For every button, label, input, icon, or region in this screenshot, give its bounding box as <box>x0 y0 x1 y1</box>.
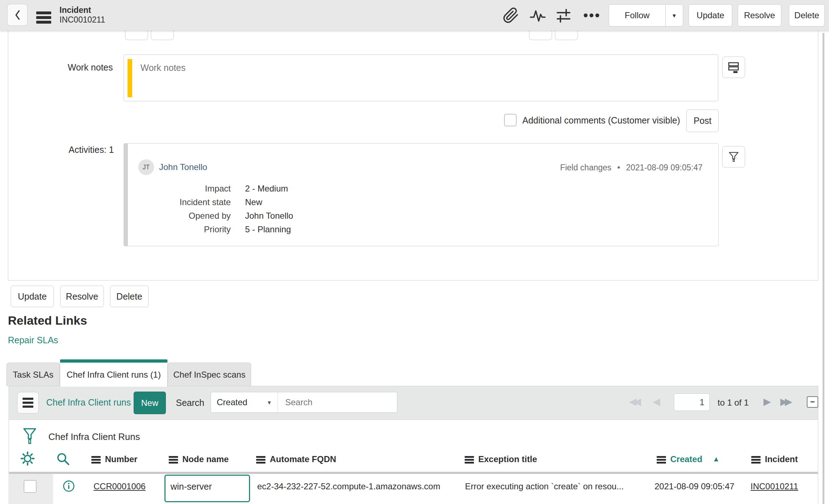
field-change-label: Priority <box>124 224 231 234</box>
clipped-button[interactable] <box>125 30 148 40</box>
delete-button-header[interactable]: Delete <box>789 4 825 26</box>
row-number-link[interactable]: CCR0001006 <box>94 481 145 491</box>
field-change-value: 2 - Medium <box>245 184 288 194</box>
avatar-initials: JT <box>143 164 150 171</box>
column-menu-icon[interactable] <box>657 455 666 465</box>
toggle-activity-stream-button[interactable] <box>722 57 745 78</box>
delete-button-label: Delete <box>794 10 819 20</box>
field-change-value: 5 - Planning <box>245 224 291 234</box>
avatar: JT <box>138 159 154 175</box>
activities-label: Activities: 1 <box>43 145 114 155</box>
tab-label: Chef Infra Client runs (1) <box>67 370 161 380</box>
column-header-incident[interactable]: Incident <box>765 454 798 464</box>
stream-layout-icon <box>728 61 740 73</box>
funnel-icon <box>23 427 37 446</box>
chevron-left-icon <box>14 10 21 20</box>
next-page-button[interactable]: ▶ <box>763 397 768 407</box>
additional-comments-checkbox[interactable] <box>504 114 517 126</box>
resolve-button-footer[interactable]: Resolve <box>60 286 104 307</box>
collapse-list-button[interactable]: − <box>807 396 818 408</box>
column-menu-icon[interactable] <box>465 455 474 465</box>
tab-chef-inspec-scans[interactable]: Chef InSpec scans <box>168 363 251 386</box>
list-filter-button[interactable] <box>23 427 37 447</box>
clipped-button[interactable] <box>529 30 552 40</box>
sort-ascending-icon[interactable]: ▲ <box>713 455 720 463</box>
column-menu-icon[interactable] <box>256 455 265 465</box>
activity-card: JT John Tonello Field changes • 2021-08-… <box>124 143 719 246</box>
new-button[interactable]: New <box>134 392 166 414</box>
more-options-icon[interactable] <box>583 13 600 19</box>
field-change-label: Impact <box>124 184 231 194</box>
repair-slas-link[interactable]: Repair SLAs <box>8 335 58 345</box>
column-header-number[interactable]: Number <box>105 454 138 464</box>
tab-label: Chef InSpec scans <box>173 370 245 380</box>
search-input[interactable] <box>278 392 397 412</box>
activity-stream-icon[interactable] <box>529 9 546 24</box>
row-info-icon[interactable] <box>63 480 75 494</box>
record-number-label: INC0010211 <box>59 15 105 25</box>
clipped-button[interactable] <box>151 30 174 40</box>
chevron-down-icon: ▼ <box>267 399 272 406</box>
context-menu-icon[interactable] <box>36 10 51 25</box>
column-menu-icon[interactable] <box>169 455 178 465</box>
previous-page-button[interactable]: ◀ <box>653 397 657 407</box>
activity-filter-button[interactable] <box>722 146 745 168</box>
update-button-footer[interactable]: Update <box>11 286 54 307</box>
column-header-automate-fqdn[interactable]: Automate FQDN <box>270 454 336 464</box>
clipped-button[interactable] <box>555 30 578 40</box>
column-header-exception-title[interactable]: Exception title <box>478 454 537 464</box>
header-bar: Incident INC0010211 Follow <box>0 0 829 30</box>
resolve-button-label: Resolve <box>744 10 775 20</box>
list-title-link[interactable]: Chef Infra Client runs <box>46 397 131 408</box>
search-icon[interactable] <box>56 452 70 467</box>
update-button-label: Update <box>696 10 724 20</box>
follow-button[interactable]: Follow <box>609 5 666 26</box>
additional-comments-label: Additional comments (Customer visible) <box>522 115 680 126</box>
delete-button-footer[interactable]: Delete <box>110 286 149 307</box>
page-title: Incident INC0010211 <box>59 5 105 25</box>
back-button[interactable] <box>7 4 28 26</box>
column-menu-icon[interactable] <box>751 455 761 465</box>
activity-timestamp: 2021-08-09 09:05:47 <box>626 163 703 172</box>
row-checkbox[interactable] <box>24 480 37 493</box>
post-button[interactable]: Post <box>686 110 719 132</box>
row-exception-title: Error executing action `create` on resou… <box>465 481 624 491</box>
table-title: Chef Infra Client Runs <box>48 431 140 442</box>
search-label: Search <box>176 398 204 408</box>
gear-icon[interactable] <box>20 451 35 467</box>
first-page-button[interactable]: ◀◀ <box>629 397 638 407</box>
post-button-label: Post <box>694 116 711 126</box>
tab-chef-infra-client-runs[interactable]: Chef Infra Client runs (1) <box>60 359 168 387</box>
dot-separator: • <box>617 163 620 172</box>
related-links-title: Related Links <box>8 314 87 328</box>
list-context-menu-button[interactable] <box>17 392 39 413</box>
personalize-form-icon[interactable] <box>556 9 571 24</box>
activity-author-link[interactable]: John Tonello <box>159 162 207 172</box>
row-node-name-cell[interactable]: win-server <box>164 475 250 502</box>
field-change-label: Opened by <box>124 211 231 221</box>
page-number-input[interactable] <box>674 393 710 411</box>
field-change-value: New <box>245 197 262 207</box>
resolve-button-header[interactable]: Resolve <box>738 4 781 26</box>
field-change-label: Incident state <box>124 197 231 207</box>
update-button-header[interactable]: Update <box>689 4 732 26</box>
column-header-node-name[interactable]: Node name <box>182 454 229 464</box>
resolve-button-label: Resolve <box>66 291 98 302</box>
row-incident-link[interactable]: INC0010211 <box>751 481 798 491</box>
attachment-icon[interactable] <box>503 7 519 25</box>
work-notes-label: Work notes <box>36 62 113 73</box>
vertical-scrollbar[interactable] <box>823 33 824 504</box>
incident-page: Incident INC0010211 Follow <box>0 0 829 504</box>
row-automate-fqdn: ec2-34-232-227-52.compute-1.amazonaws.co… <box>257 481 440 491</box>
last-page-button[interactable]: ▶▶ <box>780 397 790 407</box>
node-name-value: win-server <box>171 481 212 491</box>
follow-dropdown-button[interactable]: ▼ <box>666 5 683 26</box>
work-notes-textarea[interactable] <box>124 54 718 101</box>
column-header-created[interactable]: Created <box>670 454 702 464</box>
activity-type-label: Field changes <box>560 163 611 172</box>
search-column-select[interactable]: Created ▼ <box>211 392 278 412</box>
column-menu-icon[interactable] <box>91 455 101 465</box>
tab-task-slas[interactable]: Task SLAs <box>6 363 60 386</box>
search-combo: Created ▼ <box>211 392 397 413</box>
delete-button-label: Delete <box>116 291 142 302</box>
